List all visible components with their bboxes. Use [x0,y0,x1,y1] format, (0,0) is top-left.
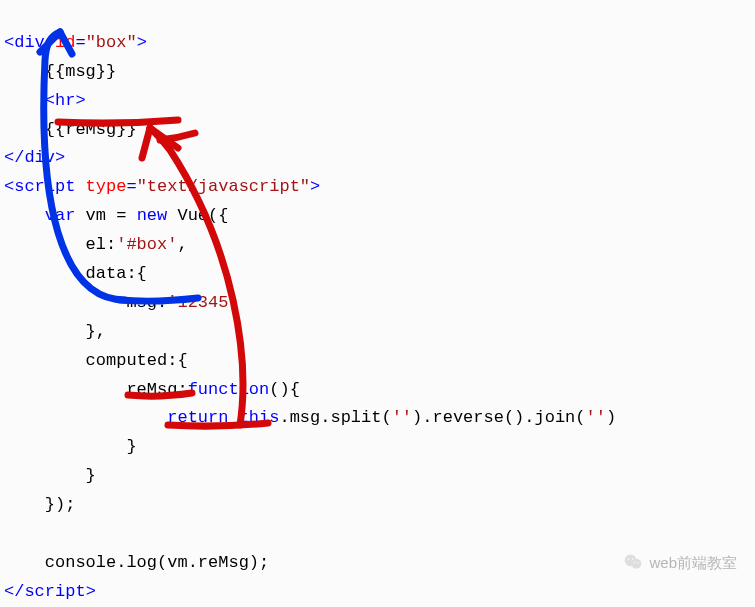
code-line: return this.msg.split('').reverse().join… [4,408,616,427]
code-line: }); [4,495,75,514]
code-line: <script [4,177,75,196]
watermark: web前端教室 [623,550,737,576]
wechat-icon [623,552,643,572]
code-line: <div [4,33,45,52]
svg-point-4 [634,562,636,564]
code-line: } [4,437,137,456]
code-line: var vm = new Vue({ [4,206,228,225]
svg-point-3 [632,559,634,561]
code-line: data:{ [4,264,147,283]
code-line: msg:'12345' [4,293,239,312]
code-line: reMsg:function(){ [4,380,300,399]
code-line: } [4,466,96,485]
code-line: el:'#box', [4,235,188,254]
code-line: {{reMsg}} [4,120,137,139]
code-block: <div id="box"> {{msg}} <hr> {{reMsg}} </… [0,0,755,607]
svg-point-1 [632,559,642,569]
code-line: </script> [4,582,96,601]
code-line: computed:{ [4,351,188,370]
code-line: </div> [4,148,65,167]
code-line: }, [4,322,106,341]
watermark-text: web前端教室 [649,550,737,576]
code-line: <hr> [4,91,86,110]
code-line: {{msg}} [4,62,116,81]
code-line: console.log(vm.reMsg); [4,553,269,572]
svg-point-5 [638,562,640,564]
svg-point-2 [628,559,630,561]
